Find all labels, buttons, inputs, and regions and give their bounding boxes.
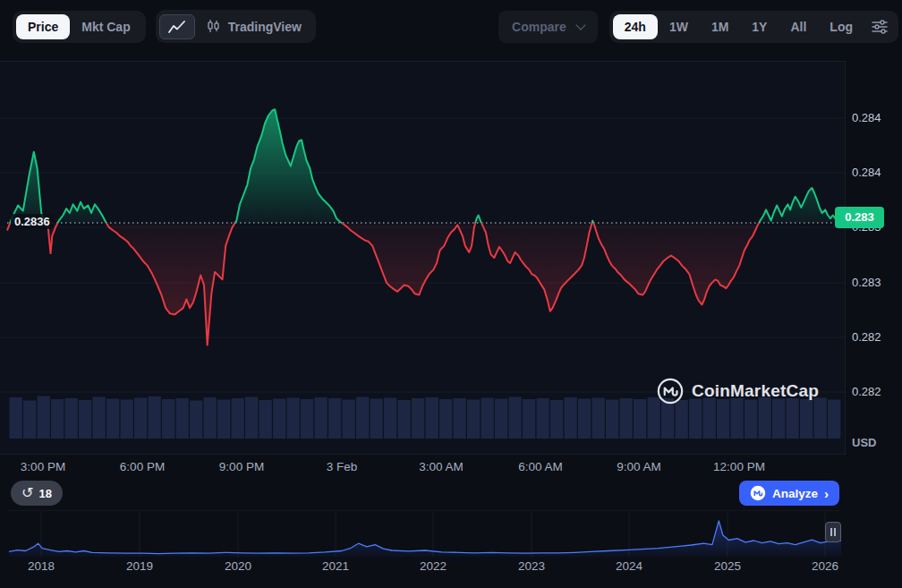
x-tick: 3:00 AM	[419, 460, 464, 473]
price-chart-module: Price Mkt Cap TradingView Compare	[0, 0, 902, 588]
x-tick: 12:00 PM	[713, 460, 765, 473]
range-1y[interactable]: 1Y	[740, 14, 779, 39]
price-mktcap-toggle: Price Mkt Cap	[13, 11, 146, 43]
history-count-badge: 18	[38, 487, 51, 500]
tradingview-button[interactable]: TradingView	[195, 13, 312, 39]
x-axis[interactable]: 3:00 PM 6:00 PM 9:00 PM 3 Feb 3:00 AM 6:…	[0, 455, 846, 481]
year-tick: 2025	[714, 559, 741, 573]
range-drag-handle[interactable]	[825, 522, 841, 542]
current-price-badge: 0.283	[835, 207, 884, 228]
x-tick: 3 Feb	[327, 460, 358, 473]
y-tick: 0.283	[852, 276, 881, 289]
x-tick: 6:00 PM	[120, 460, 165, 473]
year-tick: 2022	[420, 559, 447, 573]
mktcap-tab[interactable]: Mkt Cap	[70, 14, 141, 39]
tradingview-label: TradingView	[228, 20, 302, 34]
chevron-right-icon: ›	[824, 487, 829, 500]
y-tick: 0.284	[852, 111, 881, 124]
y-axis-unit: USD	[852, 436, 876, 449]
range-24h[interactable]: 24h	[613, 14, 658, 39]
range-all[interactable]: All	[779, 14, 818, 39]
y-tick: 0.282	[852, 330, 881, 344]
compare-button[interactable]: Compare	[498, 11, 598, 43]
year-tick: 2026	[812, 559, 838, 573]
x-tick: 9:00 PM	[219, 460, 264, 473]
year-tick: 2024	[616, 559, 642, 573]
watermark-label: CoinMarketCap	[692, 381, 819, 401]
coinmarketcap-logo-icon	[750, 485, 766, 501]
range-log[interactable]: Log	[818, 14, 864, 39]
x-tick: 3:00 PM	[21, 460, 65, 473]
timeline-canvas[interactable]	[9, 511, 841, 558]
history-annotations-button[interactable]: ↺ 18	[11, 481, 63, 506]
year-tick: 2021	[322, 559, 349, 573]
chevron-down-icon	[575, 20, 585, 30]
year-tick: 2019	[126, 559, 153, 573]
year-tick: 2018	[28, 559, 55, 573]
y-tick: 0.284	[852, 166, 881, 179]
history-clock-icon: ↺	[21, 486, 33, 500]
coinmarketcap-watermark: CoinMarketCap	[657, 378, 819, 405]
y-tick: 0.282	[852, 385, 881, 398]
x-tick: 9:00 AM	[617, 460, 661, 473]
range-1w[interactable]: 1W	[658, 14, 700, 39]
analyze-label: Analyze	[772, 487, 818, 500]
chart-settings-button[interactable]	[864, 15, 895, 38]
analyze-button[interactable]: Analyze ›	[739, 481, 839, 506]
coinmarketcap-logo-icon	[657, 378, 684, 405]
sliders-icon	[872, 20, 888, 34]
y-axis[interactable]: 0.284 0.284 0.283 0.283 0.282 0.282 USD	[846, 61, 902, 455]
timeline-overview-chart[interactable]	[9, 510, 841, 558]
price-tab[interactable]: Price	[16, 14, 70, 39]
chart-type-group: TradingView	[156, 10, 316, 43]
chart-toolbar: Price Mkt Cap TradingView Compare	[13, 10, 898, 43]
baseline-price-label: 0.2836	[11, 214, 54, 229]
year-tick: 2020	[225, 559, 251, 573]
price-area-fills	[7, 109, 841, 345]
compare-label: Compare	[512, 20, 566, 34]
candlestick-icon	[206, 19, 221, 34]
range-1m[interactable]: 1M	[700, 14, 740, 39]
line-chart-icon	[168, 21, 186, 33]
timeline-year-axis: 2018 2019 2020 2021 2022 2023 2024 2025 …	[9, 559, 841, 577]
x-tick: 6:00 AM	[518, 460, 563, 473]
timeline-series	[9, 521, 841, 557]
year-tick: 2023	[518, 559, 545, 573]
range-selector: 24h 1W 1M 1Y All Log	[609, 11, 898, 43]
line-chart-type-button[interactable]	[159, 14, 195, 39]
